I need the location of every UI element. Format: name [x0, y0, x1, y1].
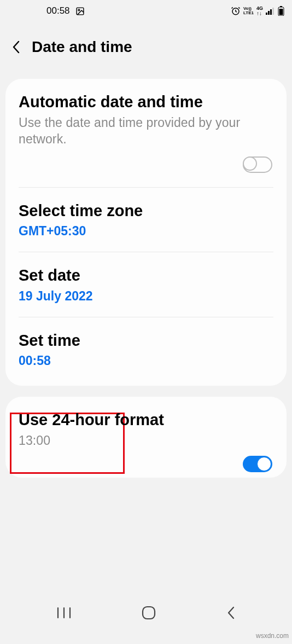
status-left: 00:58 [46, 5, 85, 16]
date-value: 19 July 2022 [19, 289, 273, 304]
recents-button[interactable] [57, 607, 71, 621]
settings-card-2: Use 24-hour format 13:00 [5, 397, 287, 478]
hour24-toggle[interactable] [243, 456, 272, 472]
navigation-bar [0, 600, 292, 628]
recents-icon [57, 607, 71, 619]
automatic-date-time-row[interactable]: Automatic date and time Use the date and… [5, 79, 287, 156]
header: Date and time [0, 22, 292, 79]
svg-rect-8 [280, 6, 282, 7]
volte-icon: Vo))LTE1 [243, 7, 254, 15]
set-time-row[interactable]: Set time 00:58 [5, 317, 287, 386]
svg-rect-5 [270, 9, 272, 15]
picture-icon [75, 7, 85, 16]
automatic-subtitle: Use the date and time provided by your n… [19, 115, 273, 148]
svg-rect-6 [272, 8, 274, 15]
chevron-left-icon [226, 606, 235, 620]
select-timezone-row[interactable]: Select time zone GMT+05:30 [5, 188, 287, 252]
signal-icon [266, 7, 275, 15]
svg-point-1 [78, 9, 80, 10]
date-title: Set date [19, 265, 273, 285]
toggle-knob [243, 156, 257, 171]
svg-rect-9 [279, 9, 283, 15]
status-time: 00:58 [46, 5, 70, 16]
back-button[interactable] [11, 39, 21, 55]
hour24-subtitle: 13:00 [19, 433, 273, 449]
automatic-toggle[interactable] [243, 156, 272, 173]
nav-back-button[interactable] [226, 606, 235, 622]
watermark: wsxdn.com [256, 632, 289, 640]
home-button[interactable] [142, 606, 156, 622]
time-title: Set time [19, 330, 273, 350]
status-bar: 00:58 Vo))LTE1 4G↑↓ [0, 0, 292, 22]
use-24h-row[interactable]: Use 24-hour format 13:00 [5, 397, 287, 456]
time-value: 00:58 [19, 353, 273, 368]
alarm-icon [231, 6, 241, 16]
set-date-row[interactable]: Set date 19 July 2022 [5, 252, 287, 316]
page-title: Date and time [32, 38, 132, 56]
automatic-title: Automatic date and time [19, 92, 273, 112]
svg-rect-13 [143, 607, 155, 619]
home-icon [142, 606, 156, 620]
chevron-left-icon [12, 40, 20, 54]
timezone-value: GMT+05:30 [19, 224, 273, 239]
hour24-title: Use 24-hour format [19, 410, 273, 430]
toggle-knob [257, 457, 271, 471]
status-right: Vo))LTE1 4G↑↓ [231, 6, 284, 16]
battery-icon [278, 6, 284, 16]
svg-rect-4 [268, 11, 270, 15]
network-icon: 4G↑↓ [256, 6, 263, 16]
timezone-title: Select time zone [19, 201, 273, 221]
svg-rect-3 [266, 13, 267, 15]
settings-card: Automatic date and time Use the date and… [5, 79, 287, 386]
